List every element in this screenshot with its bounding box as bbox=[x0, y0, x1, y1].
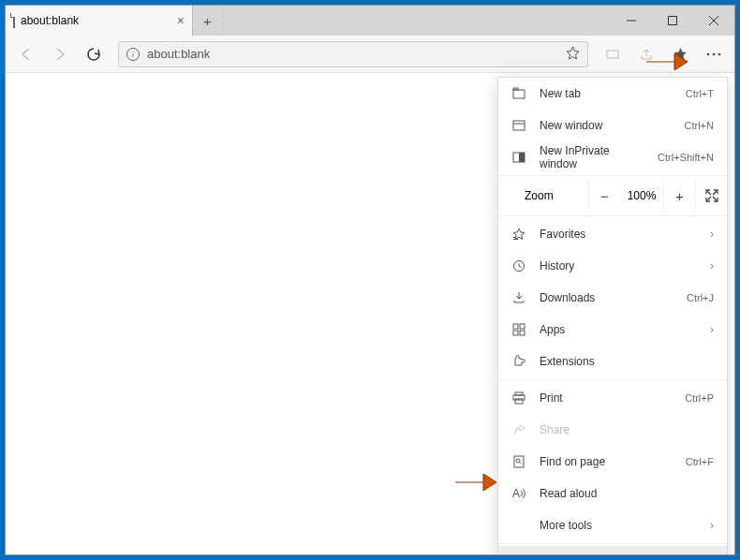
menu-new-tab[interactable]: New tab Ctrl+T bbox=[498, 78, 727, 110]
chevron-right-icon: › bbox=[710, 323, 714, 336]
svg-rect-20 bbox=[520, 331, 525, 335]
download-icon bbox=[511, 291, 526, 304]
svg-point-25 bbox=[516, 459, 520, 463]
find-icon bbox=[511, 455, 526, 468]
svg-line-26 bbox=[520, 463, 522, 464]
zoom-level: 100% bbox=[620, 189, 663, 202]
svg-rect-17 bbox=[513, 324, 518, 329]
menu-extensions[interactable]: Extensions bbox=[498, 346, 727, 377]
menu-new-window[interactable]: New window Ctrl+N bbox=[498, 110, 727, 141]
svg-point-7 bbox=[718, 52, 721, 55]
svg-point-6 bbox=[713, 52, 716, 55]
refresh-button[interactable] bbox=[79, 39, 109, 69]
annotation-arrow-more bbox=[646, 48, 688, 76]
new-tab-icon bbox=[511, 87, 526, 100]
browser-tab[interactable]: about:blank × bbox=[6, 6, 193, 36]
menu-print[interactable]: Print Ctrl+P bbox=[498, 382, 727, 414]
menu-share: Share bbox=[498, 414, 727, 446]
chevron-right-icon: › bbox=[710, 519, 714, 532]
extensions-icon bbox=[511, 355, 526, 368]
menu-find[interactable]: Find on page Ctrl+F bbox=[498, 446, 727, 478]
url-text: about:blank bbox=[147, 47, 210, 61]
chevron-right-icon: › bbox=[710, 259, 714, 273]
apps-icon bbox=[511, 323, 526, 336]
chevron-right-icon: › bbox=[710, 228, 714, 241]
new-tab-button[interactable]: + bbox=[193, 6, 223, 36]
print-icon bbox=[511, 391, 526, 405]
inprivate-icon bbox=[511, 151, 526, 164]
menu-downloads[interactable]: Downloads Ctrl+J bbox=[498, 282, 727, 314]
tab-title: about:blank bbox=[21, 14, 79, 27]
info-icon[interactable]: i bbox=[126, 48, 140, 61]
history-icon bbox=[511, 259, 526, 273]
forward-button[interactable] bbox=[45, 39, 75, 69]
svg-rect-24 bbox=[514, 456, 524, 467]
favorites-icon bbox=[511, 228, 526, 241]
menu-zoom: Zoom − 100% + bbox=[498, 178, 727, 214]
menu-favorites[interactable]: Favorites › bbox=[498, 218, 727, 250]
media-button[interactable] bbox=[598, 39, 628, 69]
svg-rect-10 bbox=[513, 121, 525, 130]
menu-settings[interactable]: Settings bbox=[498, 546, 727, 555]
close-tab-icon[interactable]: × bbox=[177, 13, 185, 28]
svg-point-5 bbox=[707, 52, 710, 55]
fullscreen-button[interactable] bbox=[695, 180, 727, 212]
toolbar: i about:blank bbox=[6, 36, 734, 73]
address-bar[interactable]: i about:blank bbox=[118, 41, 588, 67]
file-icon bbox=[13, 14, 15, 27]
svg-rect-9 bbox=[513, 88, 518, 90]
svg-rect-18 bbox=[520, 324, 525, 329]
menu-history[interactable]: History › bbox=[498, 250, 727, 282]
favorite-icon[interactable] bbox=[566, 46, 580, 63]
svg-rect-19 bbox=[513, 331, 518, 335]
more-menu: New tab Ctrl+T New window Ctrl+N New InP… bbox=[497, 77, 728, 555]
share-icon bbox=[511, 423, 526, 436]
menu-more-tools[interactable]: More tools › bbox=[498, 509, 727, 541]
close-window-button[interactable] bbox=[693, 6, 734, 36]
svg-rect-1 bbox=[669, 17, 677, 25]
more-menu-button[interactable] bbox=[699, 39, 729, 69]
menu-read-aloud[interactable]: A Read aloud bbox=[498, 478, 727, 509]
read-aloud-icon: A bbox=[511, 487, 526, 500]
svg-rect-4 bbox=[607, 51, 618, 58]
window-icon bbox=[511, 119, 526, 132]
svg-rect-13 bbox=[519, 153, 525, 162]
back-button[interactable] bbox=[11, 39, 41, 69]
titlebar: about:blank × + bbox=[6, 6, 734, 36]
zoom-in-button[interactable]: + bbox=[663, 180, 695, 212]
svg-rect-8 bbox=[513, 90, 525, 98]
svg-text:A: A bbox=[512, 487, 520, 500]
minimize-button[interactable] bbox=[611, 6, 652, 36]
menu-new-inprivate[interactable]: New InPrivate window Ctrl+Shift+N bbox=[498, 141, 727, 173]
menu-apps[interactable]: Apps › bbox=[498, 314, 727, 346]
zoom-out-button[interactable]: − bbox=[588, 180, 620, 212]
maximize-button[interactable] bbox=[652, 6, 693, 36]
browser-window: about:blank × + i about:blank New tab Ct… bbox=[5, 5, 735, 555]
annotation-arrow-settings bbox=[455, 468, 496, 496]
